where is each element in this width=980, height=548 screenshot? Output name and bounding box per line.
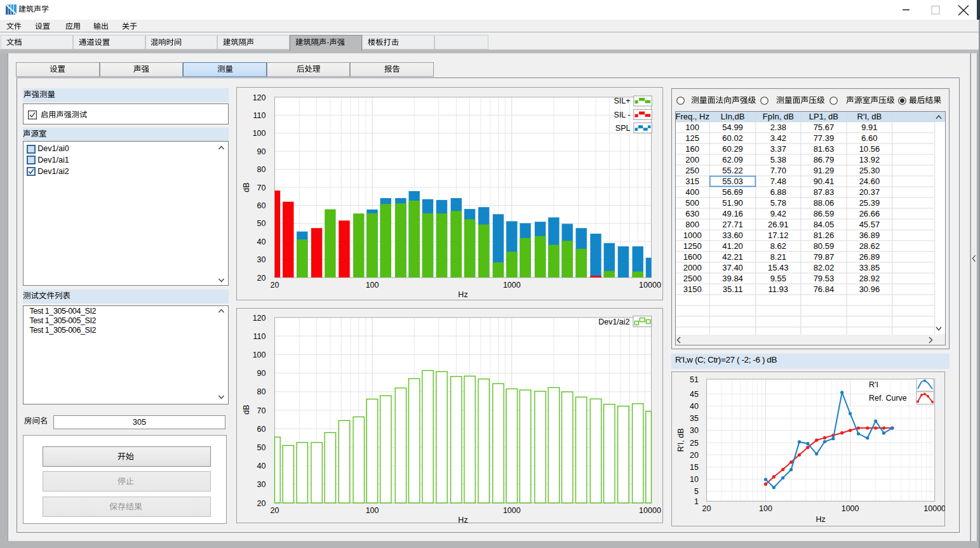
svg-text:7.48: 7.48 (770, 177, 786, 186)
svg-text:Freq., Hz: Freq., Hz (675, 112, 709, 121)
svg-text:315: 315 (685, 177, 699, 186)
svg-text:26.66: 26.66 (859, 209, 880, 218)
svg-text:35.11: 35.11 (723, 284, 743, 294)
svg-text:100: 100 (252, 129, 265, 138)
svg-text:90: 90 (257, 147, 265, 156)
svg-text:5: 5 (694, 487, 699, 496)
svg-text:55.03: 55.03 (722, 177, 743, 186)
svg-text:100: 100 (365, 281, 379, 290)
svg-text:51: 51 (690, 375, 699, 384)
svg-text:LIn,dB: LIn,dB (721, 112, 745, 121)
svg-text:1: 1 (694, 497, 699, 506)
svg-text:100: 100 (759, 504, 772, 513)
svg-text:dB: dB (241, 404, 250, 414)
svg-text:20: 20 (257, 499, 265, 508)
svg-text:R'I: R'I (869, 380, 878, 389)
svg-text:25.30: 25.30 (859, 166, 880, 175)
svg-text:120: 120 (252, 314, 265, 323)
svg-text:500: 500 (685, 198, 699, 208)
svg-text:100: 100 (685, 123, 699, 132)
svg-text:1250: 1250 (683, 241, 702, 251)
svg-text:110: 110 (253, 332, 265, 341)
svg-text:81.26: 81.26 (814, 231, 835, 240)
svg-text:Ref. Curve: Ref. Curve (869, 394, 907, 403)
svg-text:100: 100 (365, 506, 379, 515)
svg-text:1000: 1000 (842, 504, 859, 513)
svg-text:10000: 10000 (639, 506, 661, 515)
svg-text:630: 630 (685, 209, 699, 218)
svg-text:84.05: 84.05 (814, 220, 835, 229)
svg-text:800: 800 (685, 220, 699, 229)
svg-text:26.89: 26.89 (859, 252, 880, 262)
svg-text:160: 160 (685, 144, 699, 154)
svg-text:400: 400 (685, 187, 699, 197)
svg-text:20: 20 (270, 281, 279, 290)
svg-text:80: 80 (257, 165, 265, 174)
svg-text:FpIn, dB: FpIn, dB (763, 112, 794, 121)
svg-text:Dev1/ai2: Dev1/ai2 (598, 317, 629, 326)
svg-text:20: 20 (690, 451, 699, 460)
svg-text:50: 50 (257, 219, 265, 228)
svg-text:10.56: 10.56 (859, 144, 880, 154)
svg-text:60.02: 60.02 (722, 133, 743, 143)
svg-text:10000: 10000 (639, 281, 661, 290)
svg-text:54.99: 54.99 (722, 123, 743, 132)
svg-text:10: 10 (690, 475, 699, 484)
svg-text:40: 40 (690, 402, 699, 411)
svg-text:9.42: 9.42 (770, 209, 786, 218)
svg-text:49.16: 49.16 (722, 209, 743, 218)
svg-text:56.69: 56.69 (722, 187, 743, 197)
svg-text:110: 110 (253, 111, 265, 120)
svg-text:3.42: 3.42 (770, 133, 786, 143)
svg-text:20.37: 20.37 (859, 187, 880, 197)
svg-text:90: 90 (257, 369, 265, 378)
svg-text:6.88: 6.88 (770, 187, 786, 197)
svg-text:120: 120 (252, 93, 265, 102)
svg-text:7.70: 7.70 (770, 166, 786, 175)
svg-text:36.89: 36.89 (859, 231, 880, 240)
svg-text:15.43: 15.43 (768, 263, 789, 272)
svg-text:80: 80 (257, 387, 265, 396)
svg-text:81.63: 81.63 (814, 144, 835, 154)
svg-text:87.83: 87.83 (814, 187, 835, 197)
svg-text:80.59: 80.59 (814, 241, 835, 251)
svg-text:42.21: 42.21 (722, 252, 743, 262)
svg-text:SPL: SPL (615, 124, 630, 133)
svg-text:1000: 1000 (502, 281, 520, 290)
svg-text:15: 15 (690, 463, 699, 472)
svg-text:Hz: Hz (458, 516, 467, 523)
svg-text:79.87: 79.87 (814, 252, 835, 262)
svg-text:2000: 2000 (683, 263, 702, 272)
svg-text:90.41: 90.41 (814, 177, 835, 186)
svg-text:60: 60 (257, 425, 265, 434)
svg-text:40: 40 (257, 462, 265, 471)
svg-text:60: 60 (257, 201, 265, 210)
svg-text:27.71: 27.71 (722, 220, 743, 229)
svg-text:50: 50 (257, 443, 265, 452)
svg-text:SIL -: SIL - (614, 110, 630, 119)
svg-text:70: 70 (257, 406, 265, 415)
svg-text:75.67: 75.67 (814, 123, 835, 132)
svg-text:R'I, dB: R'I, dB (676, 428, 685, 451)
svg-text:55.22: 55.22 (722, 166, 743, 175)
svg-text:86.79: 86.79 (814, 155, 835, 164)
svg-text:20: 20 (257, 274, 265, 283)
svg-text:20: 20 (270, 506, 279, 515)
svg-text:200: 200 (685, 155, 699, 164)
svg-text:33.85: 33.85 (859, 263, 880, 272)
svg-text:20: 20 (702, 504, 711, 513)
svg-text:17.12: 17.12 (768, 231, 789, 240)
svg-text:39.84: 39.84 (722, 274, 743, 283)
svg-text:Hz: Hz (458, 290, 467, 299)
svg-text:45: 45 (690, 390, 699, 399)
svg-text:25.39: 25.39 (859, 198, 880, 208)
svg-text:8.21: 8.21 (770, 252, 786, 262)
svg-text:51.90: 51.90 (722, 198, 743, 208)
svg-text:SIL+: SIL+ (614, 97, 630, 105)
svg-text:77.39: 77.39 (814, 133, 835, 143)
svg-text:91.29: 91.29 (814, 166, 835, 175)
svg-text:125: 125 (685, 133, 699, 143)
svg-text:76.84: 76.84 (814, 284, 835, 294)
svg-text:11.93: 11.93 (769, 284, 789, 294)
svg-text:2500: 2500 (683, 274, 702, 283)
